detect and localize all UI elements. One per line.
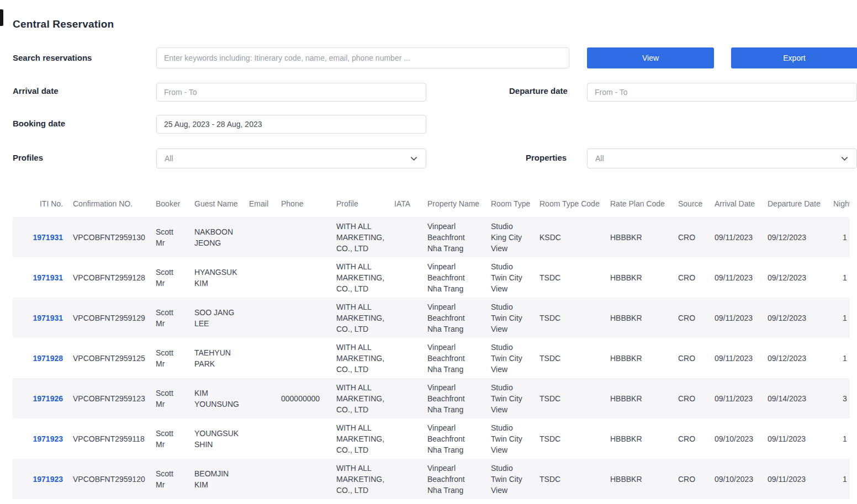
iti-no-link[interactable]: 1971923 [13,459,68,499]
table-row: 1971931 VPCOBFNT2959130 Scott Mr NAKBOON… [13,217,850,257]
email-cell [244,378,276,418]
night-text: 1 [843,232,847,243]
source-cell: CRO [673,298,710,338]
property-name-text: Vinpearl Beachfront Nha Trang [427,422,481,455]
profiles-select[interactable]: All [156,148,426,168]
table-row: 1971923 VPCOBFNT2959120 Scott Mr BEOMJIN… [13,459,850,499]
column-header: Email [244,190,276,217]
confirmation-no-cell: VPCOBFNT2959129 [68,298,151,338]
column-header: Guest Name [189,190,244,217]
iti-no-link[interactable] [13,499,68,504]
room-type-cell: Studio Twin City View [486,298,535,338]
room-type-code-text: TSDC [539,353,560,364]
booker-text: Scott Mr [156,468,184,490]
booker-cell: Scott Mr [151,459,189,499]
export-button[interactable]: Export [731,47,857,68]
booker-cell: Scott Mr [151,257,189,298]
room-type-text: Studio Twin City View [491,261,530,294]
view-button[interactable]: View [587,47,714,68]
table-row: 1971931 VPCOBFNT2959129 Scott Mr SOO JAN… [13,298,850,338]
column-header: Room Type Code [535,190,605,217]
table-body: 1971931 VPCOBFNT2959130 Scott Mr NAKBOON… [13,217,850,504]
email-cell [244,459,276,499]
room-type-cell: Studio Twin City View [486,499,535,504]
iti-no-link[interactable]: 1971931 [13,298,68,338]
night-text: 1 [843,353,847,364]
source-cell: CRO [673,338,710,378]
source-cell: CRO [673,257,710,298]
iti-no-link[interactable]: 1971931 [13,217,68,257]
confirmation-no-text: VPCOBFNT2959130 [73,232,145,243]
guest-name-cell: SOO JANG LEE [189,298,244,338]
booker-cell [151,499,189,504]
table-row: 1971923 VPCOBFNT2959118 Scott Mr YOUNGSU… [13,418,850,459]
table-header-row: ITI No.Confirmation NO.BookerGuest NameE… [13,190,850,217]
source-cell: CRO [673,378,710,418]
night-cell: 1 [828,418,850,459]
departure-date-cell: 09/12/2023 [763,298,828,338]
room-type-code-text: TSDC [539,474,560,485]
email-cell [244,298,276,338]
arrival-date-text: 09/11/2023 [715,232,753,243]
night-text: 1 [843,312,847,323]
room-type-text: Studio Twin City View [491,301,530,335]
guest-name-text: YOUNGSUK SHIN [194,428,239,450]
arrival-date-text: 09/11/2023 [715,393,753,404]
arrival-date-text: 09/10/2023 [715,433,753,444]
profiles-selected-value: All [165,154,173,163]
source-text: CRO [678,272,695,283]
departure-date-cell: 09/12/2023 [763,217,828,257]
profile-cell: WITH ALL MARKETING, CO., LTD [331,257,389,298]
rate-plan-code-cell: HBBBKR [605,378,673,418]
property-name-text: Vinpearl Beachfront Nha Trang [427,463,481,496]
arrival-date-text: 09/11/2023 [715,353,753,364]
booker-text: Scott Mr [156,226,184,248]
room-type-cell: Studio Twin City View [486,378,535,418]
booker-cell: Scott Mr [151,418,189,459]
guest-name-cell: BEOMJIN KIM [189,459,244,499]
room-type-code-cell: TSDC [535,459,605,499]
profile-cell: WITH ALL MARKETING, CO., LTD [331,418,389,459]
confirmation-no-cell [68,499,151,504]
guest-name-cell: HYANGSUK KIM [189,257,244,298]
booking-date-label: Booking date [13,119,65,128]
properties-select[interactable]: All [587,148,857,168]
iti-no-link[interactable]: 1971926 [13,378,68,418]
phone-cell [276,499,331,504]
departure-date-text: 09/11/2023 [768,474,806,485]
confirmation-no-text: VPCOBFNT2959128 [73,272,145,283]
booker-text: Scott Mr [156,388,184,410]
property-name-cell: Vinpearl Beachfront Nha Trang [422,378,486,418]
booking-date-input[interactable] [156,115,426,134]
iti-no-link[interactable]: 1971931 [13,257,68,298]
rate-plan-code-text: HBBBKR [610,433,642,444]
room-type-code-cell: TSDC [535,338,605,378]
source-text: CRO [678,433,695,444]
rate-plan-code-cell: HBBBKR [605,217,673,257]
arrival-date-input[interactable] [156,83,426,102]
arrival-date-label: Arrival date [13,86,59,96]
guest-name-text: HYANGSUK KIM [194,267,239,289]
iti-no-link[interactable]: 1971928 [13,338,68,378]
column-header: IATA [389,190,422,217]
guest-name-cell: KIM YOUNSUNG [189,378,244,418]
arrival-date-text: 09/11/2023 [715,312,753,323]
confirmation-no-cell: VPCOBFNT2959120 [68,459,151,499]
night-cell: 1 [828,298,850,338]
column-header: Confirmation NO. [68,190,151,217]
iti-no-link[interactable]: 1971923 [13,418,68,459]
night-cell [828,499,850,504]
rate-plan-code-cell: HBBBKR [605,338,673,378]
iti-no-text: 1971928 [33,353,63,364]
departure-date-input[interactable] [587,83,857,102]
profile-text: WITH ALL MARKETING, CO., LTD [336,342,384,375]
search-input[interactable] [156,47,569,68]
email-cell [244,217,276,257]
night-cell: 3 [828,378,850,418]
rate-plan-code-text: HBBBKR [610,232,642,243]
property-name-text: Vinpearl Beachfront Nha Trang [427,221,481,254]
confirmation-no-text: VPCOBFNT2959118 [73,433,145,444]
rate-plan-code-text: HBBBKR [610,393,642,404]
room-type-code-cell: KSDC [535,217,605,257]
reservations-table: ITI No.Confirmation NO.BookerGuest NameE… [13,190,850,504]
